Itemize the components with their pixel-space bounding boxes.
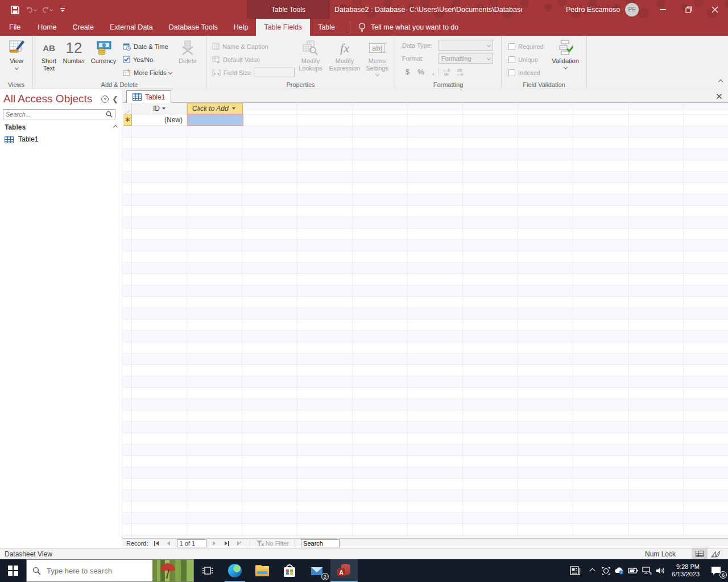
unique-checkbox[interactable]: Unique xyxy=(508,54,538,65)
datasheet-corner-cell[interactable] xyxy=(123,103,132,114)
new-record-selector[interactable] xyxy=(123,114,132,126)
next-record-button[interactable] xyxy=(210,540,219,547)
data-type-select[interactable] xyxy=(439,40,493,51)
account-area[interactable]: Pedro Escamoso PE xyxy=(566,0,639,19)
sync-icon[interactable] xyxy=(599,559,613,582)
search-icon[interactable] xyxy=(104,111,115,118)
short-text-button[interactable]: AB Short Text xyxy=(38,38,60,72)
date-time-button[interactable]: Date & Time xyxy=(123,41,168,52)
delete-label: Delete xyxy=(179,57,197,65)
delete-button[interactable]: Delete xyxy=(174,38,201,65)
increase-decimals-button[interactable]: ←.000 xyxy=(440,68,452,76)
new-blank-record-button[interactable]: * xyxy=(235,540,244,547)
datasheet-view-button[interactable] xyxy=(692,548,708,560)
tab-file[interactable]: File xyxy=(0,19,30,36)
battery-icon[interactable] xyxy=(626,559,640,582)
onedrive-cloud-icon[interactable]: i xyxy=(613,559,626,582)
id-new-cell[interactable]: (New) xyxy=(132,114,187,126)
taskbar-file-explorer-button[interactable] xyxy=(249,559,276,582)
dropdown-arrow-icon[interactable] xyxy=(162,107,166,110)
redo-button[interactable] xyxy=(40,3,53,16)
taskbar-edge-button[interactable] xyxy=(221,559,249,582)
minimize-button[interactable] xyxy=(650,0,676,19)
modify-lookups-button[interactable]: Modify Lookups xyxy=(295,38,326,72)
selected-cell[interactable] xyxy=(187,114,243,126)
hidden-icons-button[interactable] xyxy=(585,559,599,582)
required-checkbox[interactable]: Required xyxy=(508,41,544,52)
apply-comma-button[interactable]: , xyxy=(429,68,438,76)
nav-search-box[interactable] xyxy=(3,109,115,119)
record-position-box[interactable]: 1 of 1 xyxy=(177,539,206,547)
format-select[interactable]: Formatting xyxy=(439,53,493,64)
id-column-header[interactable]: ID xyxy=(132,103,187,114)
redo-icon xyxy=(42,6,49,14)
tab-home[interactable]: Home xyxy=(30,19,64,36)
save-button[interactable] xyxy=(8,3,22,16)
taskbar-clock[interactable]: 9:28 PM 6/13/2023 xyxy=(667,563,704,578)
click-to-add-header[interactable]: Click to Add xyxy=(187,103,243,114)
field-size-button[interactable]: Field Size xyxy=(212,67,295,78)
decrease-decimals-button[interactable]: .00→.0 xyxy=(453,68,465,76)
apply-currency-button[interactable]: $ xyxy=(402,68,413,76)
apply-percent-button[interactable]: % xyxy=(414,68,428,76)
dropdown-arrow-icon[interactable] xyxy=(232,107,235,110)
nav-search-input[interactable] xyxy=(3,111,104,118)
memo-settings-button[interactable]: ab| Memo Settings xyxy=(362,38,392,76)
indexed-checkbox[interactable]: Indexed xyxy=(508,67,540,78)
restore-button[interactable] xyxy=(676,0,702,19)
taskbar-search-input[interactable] xyxy=(47,567,152,575)
tab-table-fields[interactable]: Table Fields xyxy=(256,19,310,36)
default-value-button[interactable]: Default Value xyxy=(212,54,260,65)
nav-item-table1[interactable]: Table1 xyxy=(5,135,117,143)
taskbar-store-button[interactable] xyxy=(276,559,303,582)
tab-table[interactable]: Table xyxy=(310,19,343,36)
last-record-button[interactable] xyxy=(222,540,231,547)
add-delete-group-label: Add & Delete xyxy=(33,81,206,88)
tab-help[interactable]: Help xyxy=(226,19,257,36)
window-controls xyxy=(650,0,728,19)
tab-database-tools[interactable]: Database Tools xyxy=(161,19,226,36)
record-search-input[interactable] xyxy=(301,540,339,547)
tables-group-header[interactable]: Tables xyxy=(5,123,117,131)
currency-button[interactable]: Currency xyxy=(88,38,119,65)
collapse-ribbon-button[interactable] xyxy=(719,77,722,85)
taskbar-mail-button[interactable]: 2 xyxy=(303,559,330,582)
taskbar-search-box[interactable] xyxy=(26,559,194,582)
store-icon xyxy=(284,564,295,577)
undo-button[interactable] xyxy=(24,3,38,16)
group-field-validation: Required Unique Indexed Validation Field… xyxy=(502,36,587,89)
modify-expression-button[interactable]: fx Modify Expression xyxy=(327,38,362,72)
start-button[interactable] xyxy=(0,559,26,582)
chevron-down-icon xyxy=(104,97,107,100)
view-button[interactable]: View xyxy=(4,38,29,69)
field-size-input[interactable] xyxy=(254,68,295,77)
number-button[interactable]: 12 Number xyxy=(61,38,86,65)
search-highlight-image[interactable] xyxy=(152,560,193,581)
task-view-button[interactable] xyxy=(194,559,221,582)
volume-icon[interactable] xyxy=(653,559,667,582)
first-record-button[interactable] xyxy=(152,540,161,547)
record-search-box[interactable] xyxy=(301,539,340,547)
close-button[interactable] xyxy=(702,0,728,19)
name-caption-button[interactable]: Name & Caption xyxy=(212,41,268,52)
more-fields-button[interactable]: More Fields xyxy=(123,67,172,78)
notification-center-button[interactable]: 6 xyxy=(704,559,728,582)
shutter-bar-close-button[interactable]: ❮ xyxy=(112,95,118,103)
nav-menu-button[interactable] xyxy=(101,95,109,103)
no-filter-button[interactable]: ✕ No Filter xyxy=(256,540,289,547)
document-tab-table1[interactable]: Table1 xyxy=(126,90,171,103)
validation-button[interactable]: Validation xyxy=(548,38,582,69)
customize-qat-button[interactable] xyxy=(56,3,69,16)
window-title: Database2 : Database- C:\Users\User\Docu… xyxy=(334,0,522,19)
previous-record-button[interactable] xyxy=(164,540,173,547)
yes-no-button[interactable]: Yes/No xyxy=(123,54,153,65)
avatar[interactable]: PE xyxy=(625,3,639,16)
taskbar-access-button[interactable]: A xyxy=(330,559,358,582)
design-view-button[interactable] xyxy=(708,548,723,560)
tab-external-data[interactable]: External Data xyxy=(102,19,161,36)
news-widget-icon[interactable] xyxy=(566,559,585,582)
tab-create[interactable]: Create xyxy=(65,19,102,36)
close-document-button[interactable] xyxy=(714,92,723,101)
network-icon[interactable] xyxy=(640,559,653,582)
tell-me-box[interactable]: Tell me what you want to do xyxy=(350,21,458,34)
